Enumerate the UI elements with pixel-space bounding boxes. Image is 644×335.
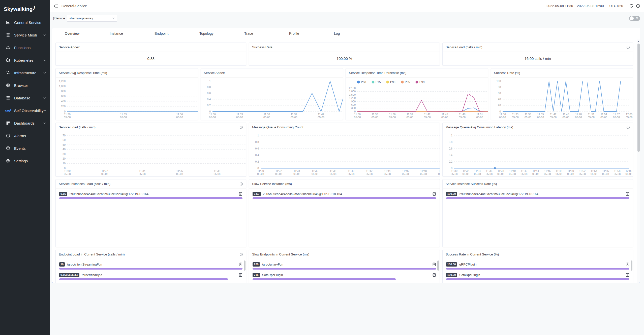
inspect-icon[interactable] <box>626 273 629 277</box>
sidebar-item-kubernetes[interactable]: Kubernetes <box>0 54 50 66</box>
value-badge: 100.00 <box>446 192 457 196</box>
menu-fold-icon[interactable] <box>53 4 58 8</box>
tab-profile[interactable]: Profile <box>277 28 321 39</box>
svg-text:05-08: 05-08 <box>101 172 108 175</box>
svg-text:0.6: 0.6 <box>255 147 259 150</box>
svg-text:05-08: 05-08 <box>406 116 413 119</box>
value-badge: 920 <box>253 262 260 267</box>
instance-lists-row: Service Instances Load (calls / min)0.16… <box>55 179 633 247</box>
svg-text:05-08: 05-08 <box>236 116 243 119</box>
sidebar-item-self-observability[interactable]: Sw)Self Observability <box>0 104 50 117</box>
info-icon[interactable] <box>239 126 243 129</box>
tab-instance[interactable]: Instance <box>97 28 142 39</box>
service-avg-response-time-ms-card: Service Avg Response Time (ms)0200400600… <box>55 68 198 120</box>
sidebar-item-browser[interactable]: Browser <box>0 79 50 92</box>
inspect-icon[interactable] <box>239 273 242 277</box>
message-queue-consuming-count-card: Message Queue Consuming Count00.20.40.60… <box>249 123 440 177</box>
page-title: General-Service <box>62 4 87 8</box>
sidebar-item-dashboards[interactable]: Dashboards <box>0 117 50 129</box>
scrollbar-thumb[interactable] <box>437 260 439 271</box>
svg-text:05-08: 05-08 <box>509 172 516 175</box>
scrollbar-thumb[interactable] <box>631 260 632 271</box>
info-icon[interactable] <box>626 126 630 129</box>
service-label: $Service <box>53 17 65 20</box>
server-icon <box>5 96 11 100</box>
svg-text:11:34: 11:34 <box>294 169 300 172</box>
svg-text:11:32: 11:32 <box>463 169 469 172</box>
svg-text:11:33: 11:33 <box>120 113 127 116</box>
svg-text:11:58: 11:58 <box>614 169 621 172</box>
card-title: Service Load (calls / min) <box>59 125 96 129</box>
info-icon[interactable] <box>239 182 243 186</box>
svg-text:11:57: 11:57 <box>613 113 620 116</box>
svg-text:11:30: 11:30 <box>499 113 506 116</box>
svg-text:1,200: 1,200 <box>59 80 66 83</box>
sidebar-item-alarms[interactable]: Alarms <box>0 129 50 142</box>
info-icon[interactable] <box>626 46 630 49</box>
info-icon[interactable] <box>239 253 243 256</box>
svg-text:05-08: 05-08 <box>626 116 632 119</box>
svg-text:11:45: 11:45 <box>442 113 448 116</box>
svg-text:05-08: 05-08 <box>64 116 71 119</box>
tab-log[interactable]: Log <box>321 28 366 39</box>
svg-text:11:38: 11:38 <box>498 169 504 172</box>
service-response-time-percentile-ms-chart: 03006009001,2001,5001,8002,10011:3005-08… <box>346 78 488 120</box>
tab-endpoint[interactable]: Endpoint <box>142 28 187 39</box>
tab-topology[interactable]: Topology <box>187 28 232 39</box>
scrollbar-thumb[interactable] <box>637 44 640 152</box>
inspect-icon[interactable] <box>432 273 436 277</box>
list-item: 3.502905b05eae4e4ae3a2a5b538ce8c2846@172… <box>249 189 439 199</box>
svg-text:70: 70 <box>63 134 66 137</box>
inspect-icon[interactable] <box>432 263 436 266</box>
sidebar-item-settings[interactable]: Settings <box>0 155 50 167</box>
service-apdex-chart: 00.20.40.60.8111:3005-0811:3305-0811:360… <box>201 78 343 120</box>
refresh-icon[interactable] <box>629 4 633 8</box>
item-label: /grpc/clientStreamingFun <box>67 263 236 266</box>
success-rate-chart: 02040608010011:3005-0811:3305-0811:3605-… <box>491 78 633 120</box>
svg-text:0.4: 0.4 <box>207 98 211 101</box>
version-toggle[interactable]: V <box>629 16 640 21</box>
chevron-down-icon <box>43 34 46 36</box>
item-label: 2905b05eae4e4ae3a2a5b538ce8c2846@172.19.… <box>263 192 430 196</box>
inspect-icon[interactable] <box>432 192 436 196</box>
item-label: SofaRpcPlugin <box>459 273 623 277</box>
svg-text:11:36: 11:36 <box>525 113 531 116</box>
card-title: Slow Service Instance (ms) <box>252 182 292 186</box>
sidebar-item-general-service[interactable]: General Service <box>0 16 50 29</box>
grid-plus-icon <box>5 121 11 125</box>
tab-trace[interactable]: Trace <box>232 28 277 39</box>
svg-text:11:38: 11:38 <box>330 169 336 172</box>
svg-text:0: 0 <box>64 167 66 170</box>
sidebar-item-functions[interactable]: Functions <box>0 41 50 54</box>
time-range-picker[interactable]: 2022-05-08 11:30 ~ 2022-05-08 12:00 <box>546 4 604 8</box>
tab-overview[interactable]: Overview <box>52 28 97 39</box>
toggle-knob <box>630 16 634 20</box>
svg-text:11:51: 11:51 <box>588 113 594 116</box>
inspect-icon[interactable] <box>626 192 629 196</box>
inspect-icon[interactable] <box>239 192 242 196</box>
alert-circle-icon <box>5 133 11 138</box>
card-title: Success Rate (%) <box>494 71 520 75</box>
sidebar-item-service-mesh[interactable]: Service Mesh <box>0 29 50 41</box>
svg-text:11:48: 11:48 <box>575 113 582 116</box>
value-bar <box>446 278 629 280</box>
svg-text:11:42: 11:42 <box>366 169 373 172</box>
service-select[interactable]: shenyu-gateway <box>67 15 117 22</box>
inspect-icon[interactable] <box>239 263 242 266</box>
svg-text:11:48: 11:48 <box>420 169 427 172</box>
inspect-icon[interactable] <box>626 263 629 266</box>
svg-text:05-08: 05-08 <box>312 172 318 175</box>
sidebar-item-infrastructure[interactable]: Infrastructure <box>0 66 50 79</box>
logo-text-walking: walking <box>13 6 33 12</box>
sidebar-item-database[interactable]: Database <box>0 92 50 104</box>
chevron-down-icon <box>43 72 46 74</box>
svg-text:05-08: 05-08 <box>139 172 146 175</box>
svg-text:11:30: 11:30 <box>354 113 361 116</box>
service-avg-response-time-ms-chart: 02004006008001,0001,20011:3005-0811:3305… <box>56 78 198 120</box>
info-icon[interactable] <box>636 4 640 8</box>
sidebar-item-events[interactable]: Events <box>0 142 50 155</box>
svg-text:900: 900 <box>351 100 356 103</box>
layers-icon <box>5 33 11 37</box>
scroll-up-arrow[interactable]: ▲ <box>637 40 640 43</box>
scrollbar-thumb[interactable] <box>244 260 246 271</box>
